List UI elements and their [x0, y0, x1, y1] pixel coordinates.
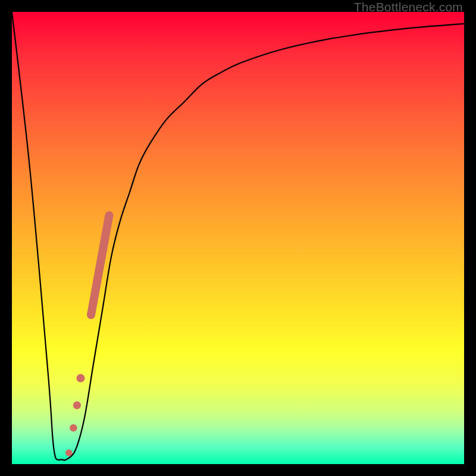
- chart-frame: TheBottleneck.com: [0, 0, 476, 476]
- plot-area: [12, 12, 464, 464]
- marker-dot: [73, 402, 81, 409]
- watermark-text: TheBottleneck.com: [354, 0, 463, 14]
- marker-group: [65, 215, 109, 456]
- marker-dot: [65, 449, 73, 456]
- bottleneck-curve: [12, 12, 464, 461]
- marker-dot: [70, 424, 77, 431]
- marker-segment: [91, 215, 109, 315]
- marker-dot: [77, 374, 85, 383]
- curve-layer: [12, 12, 464, 464]
